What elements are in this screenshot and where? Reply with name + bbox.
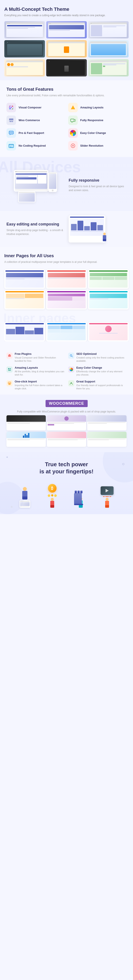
import-text: One-click Import Importing the full Foto… bbox=[15, 380, 65, 390]
woo-logo: WOOCOMMERCE bbox=[6, 400, 127, 407]
color-icon bbox=[68, 366, 74, 372]
feature-visual-composer: Visual Composer bbox=[6, 103, 65, 112]
visual-composer-icon bbox=[6, 103, 16, 112]
layouts-name: Amazing Layouts bbox=[15, 366, 65, 369]
slider-revolution-icon bbox=[68, 141, 78, 151]
svg-point-4 bbox=[12, 108, 13, 110]
editing-section: Easy editing and composing Simple drag-a… bbox=[0, 211, 133, 247]
feature-amazing-layouts: Amazing Layouts bbox=[68, 103, 127, 112]
inner-pages-desc: A collection of practical multipurpose i… bbox=[4, 260, 129, 264]
inner-pages-lower-content bbox=[4, 312, 129, 341]
phone-mockup bbox=[48, 172, 57, 192]
editing-title: Easy editing and composing bbox=[6, 222, 64, 226]
screenshot-item-8 bbox=[46, 59, 87, 76]
svg-point-3 bbox=[9, 108, 11, 110]
page-card-7 bbox=[4, 322, 45, 341]
free-plugins-icon bbox=[6, 353, 13, 359]
feature-list-layouts: Amazing Layouts All the portfolio, blog … bbox=[6, 366, 65, 377]
svg-rect-6 bbox=[9, 119, 13, 120]
import-name: One-click Import bbox=[15, 380, 65, 383]
laptop-mockup bbox=[14, 170, 48, 192]
features-title: Tons of Great Features bbox=[6, 87, 127, 92]
features-desc: Like every professional toolkit, Foton c… bbox=[6, 94, 127, 97]
feature-list-import: One-click Import Importing the full Foto… bbox=[6, 380, 65, 390]
woo-card-2 bbox=[47, 415, 86, 430]
free-plugins-name: Free Plugins bbox=[15, 352, 65, 355]
features-section: Tons of Great Features Like every profes… bbox=[0, 80, 133, 157]
inner-pages-grid-2 bbox=[4, 290, 129, 309]
fully-responsive-icon bbox=[68, 116, 78, 125]
woo-section: WOOCOMMERCE Fully compatible with WooCom… bbox=[0, 395, 133, 452]
hero-title: A Multi-Concept Tech Theme bbox=[4, 6, 129, 12]
editing-text: Easy editing and composing Simple drag-a… bbox=[6, 222, 64, 236]
editing-outer: Features Easy editing and composing Simp… bbox=[0, 211, 133, 247]
feature-list-grid: Free Plugins Visual Composer and Slider … bbox=[6, 352, 127, 390]
svg-point-1 bbox=[9, 106, 11, 107]
bitcoin-illus: ₿ bbox=[48, 484, 57, 508]
feature-slider-revolution: Slider Revolution bbox=[68, 141, 127, 151]
seo-text: SEO Optimized Created using only the fin… bbox=[76, 352, 127, 363]
support-name: Great Support bbox=[76, 380, 127, 383]
inner-pages-grid-3 bbox=[4, 322, 129, 341]
final-illustrations: ₿ bbox=[6, 484, 127, 508]
editing-desc: Simple drag-and-drop page building - a s… bbox=[6, 228, 64, 236]
hero-section: A Multi-Concept Tech Theme Everything yo… bbox=[0, 0, 133, 80]
feature-pro-support-label: Pro & Fast Support bbox=[19, 131, 44, 135]
feature-woo-commerce-label: Woo Commerce bbox=[19, 119, 40, 122]
import-desc: Importing the full Foton demo content ta… bbox=[15, 384, 65, 390]
tower-illus bbox=[74, 491, 83, 508]
woo-screenshots-row2 bbox=[6, 432, 127, 447]
svg-rect-26 bbox=[9, 355, 10, 355]
features-grid: Visual Composer Amazing Layouts bbox=[6, 103, 127, 151]
seo-desc: Created using only the finest coding pra… bbox=[76, 356, 127, 363]
feature-slider-revolution-label: Slider Revolution bbox=[80, 144, 103, 148]
screenshot-item-4 bbox=[4, 40, 45, 57]
page-card-6 bbox=[88, 290, 129, 309]
layouts-text: Amazing Layouts All the portfolio, blog … bbox=[15, 366, 65, 377]
woo-card-6 bbox=[87, 432, 127, 447]
page-card-1 bbox=[4, 269, 45, 289]
devices-section: All Devices bbox=[0, 157, 133, 211]
feature-no-coding-label: No Coding Required bbox=[19, 144, 46, 148]
pro-support-icon bbox=[6, 128, 16, 138]
feature-woo-commerce: Woo Commerce bbox=[6, 116, 65, 125]
svg-rect-31 bbox=[8, 370, 11, 371]
svg-rect-19 bbox=[9, 144, 14, 145]
woo-card-5 bbox=[47, 432, 86, 447]
seo-name: SEO Optimized bbox=[76, 352, 127, 355]
devices-title: Fully responsive bbox=[69, 178, 127, 183]
feature-list-section: Free Plugins Visual Composer and Slider … bbox=[0, 348, 133, 395]
feature-color-change: Easy Color Change bbox=[68, 128, 127, 138]
feature-list-free-plugins: Free Plugins Visual Composer and Slider … bbox=[6, 352, 65, 363]
screenshot-item-5 bbox=[46, 40, 87, 57]
svg-point-7 bbox=[10, 121, 11, 122]
feature-fully-responsive: Fully Responsive bbox=[68, 116, 127, 125]
feature-no-coding: No Coding Required bbox=[6, 141, 65, 151]
svg-point-16 bbox=[12, 132, 13, 133]
screenshot-grid-row1 bbox=[4, 21, 129, 38]
feature-list-seo: SEO Optimized Created using only the fin… bbox=[68, 352, 127, 363]
woo-card-3 bbox=[87, 415, 127, 430]
page-card-9 bbox=[88, 322, 129, 341]
inner-pages-section: Inner Pages for All Uses A collection of… bbox=[0, 247, 133, 348]
free-plugins-text: Free Plugins Visual Composer and Slider … bbox=[15, 352, 65, 363]
screenshot-item-3 bbox=[88, 21, 129, 38]
deco-dot-1 bbox=[6, 457, 8, 458]
woo-screenshots-row1 bbox=[6, 415, 127, 430]
support-icon bbox=[68, 380, 74, 387]
woo-logo-text: WOOCOMMERCE bbox=[46, 400, 88, 407]
feature-pro-support: Pro & Fast Support bbox=[6, 128, 65, 138]
svg-point-2 bbox=[12, 106, 13, 107]
color-change-icon bbox=[68, 128, 78, 138]
svg-rect-25 bbox=[8, 355, 11, 357]
inner-pages-title: Inner Pages for All Uses bbox=[4, 253, 129, 258]
no-coding-icon bbox=[6, 141, 16, 151]
amazing-layouts-icon bbox=[68, 103, 78, 112]
svg-point-8 bbox=[12, 121, 13, 122]
svg-point-14 bbox=[10, 132, 11, 133]
hero-subtitle: Everything you need to create a cutting-… bbox=[4, 14, 129, 17]
screenshot-item-1 bbox=[4, 21, 45, 38]
editing-visual bbox=[69, 215, 127, 242]
svg-point-15 bbox=[11, 132, 12, 133]
feature-fully-responsive-label: Fully Responsive bbox=[80, 119, 103, 122]
